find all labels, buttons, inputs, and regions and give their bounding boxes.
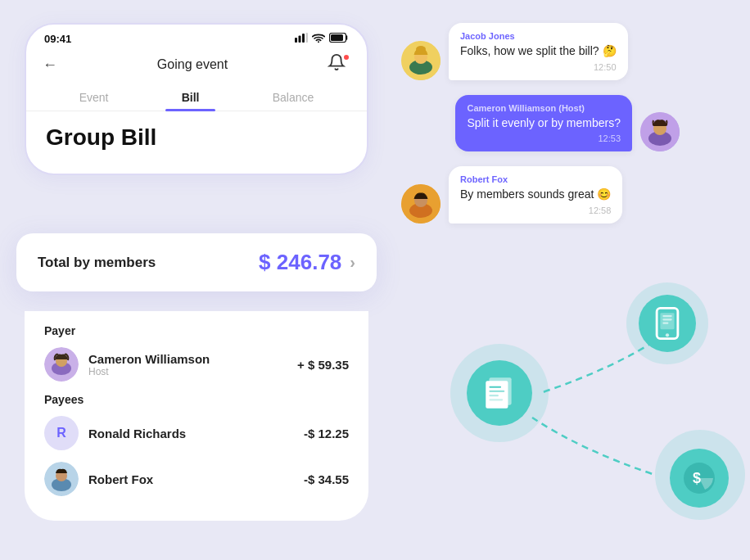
payer-label: Payer (44, 324, 349, 337)
svg-point-29 (666, 333, 669, 336)
robert-bubble: Robert Fox By members sounds great 😊 12:… (449, 166, 622, 224)
tab-event[interactable]: Event (63, 84, 125, 111)
svg-rect-26 (662, 315, 671, 317)
signal-icon (295, 33, 308, 45)
total-label: Total by members (38, 255, 156, 271)
tab-balance[interactable]: Balance (256, 84, 331, 111)
svg-rect-28 (662, 323, 668, 324)
svg-rect-0 (295, 38, 297, 43)
phone-icon (639, 295, 696, 352)
robert-info: Robert Fox (88, 472, 294, 486)
battery-icon (329, 33, 349, 45)
svg-rect-35 (489, 399, 503, 400)
svg-rect-6 (331, 34, 343, 41)
notification-icon[interactable] (328, 53, 350, 76)
group-bill-section: Group Bill (26, 111, 367, 157)
robert-amount: -$ 34.55 (304, 472, 349, 486)
group-bill-title: Group Bill (46, 124, 347, 151)
robert-chat-avatar (401, 184, 441, 224)
chat-section: Jacob Jones Folks, how we split the bill… (401, 23, 680, 238)
total-card[interactable]: Total by members $ 246.78 › (16, 233, 377, 291)
svg-rect-3 (306, 33, 309, 43)
cameron-chat-avatar (640, 112, 680, 151)
svg-rect-32 (489, 386, 501, 388)
chevron-right-icon: › (350, 253, 355, 272)
svg-rect-1 (299, 36, 301, 43)
total-amount: $ 246.78 › (259, 250, 355, 275)
svg-rect-2 (302, 34, 305, 43)
jacob-bubble: Jacob Jones Folks, how we split the bill… (449, 23, 628, 80)
ronald-row: R Ronald Richards -$ 12.25 (44, 416, 349, 450)
dollar-icon: $ (670, 449, 729, 508)
payer-row: Cameron Williamson Host + $ 59.35 (44, 347, 349, 382)
app-header: ← Going event (26, 50, 367, 84)
chat-bubble-cameron: Cameron Williamson (Host) Split it evenl… (401, 95, 680, 152)
notification-dot (342, 53, 350, 61)
phone-card: 09:41 (25, 23, 368, 175)
jacob-avatar (401, 41, 441, 80)
svg-point-4 (318, 41, 319, 43)
bill-details: Payer Cameron Williamson Host + $ 59.35 … (25, 311, 368, 521)
robert-row: Robert Fox -$ 34.55 (44, 462, 349, 496)
illustration-section: $ (401, 287, 745, 532)
status-time: 09:41 (44, 33, 71, 45)
receipt-icon (467, 360, 532, 426)
cameron-amount: + $ 59.35 (297, 358, 349, 372)
tab-bar: Event Bill Balance (26, 84, 367, 111)
ronald-info: Ronald Richards (88, 427, 294, 440)
robert-avatar (44, 462, 79, 496)
svg-rect-27 (662, 318, 671, 320)
wifi-icon (312, 33, 325, 45)
cameron-bubble: Cameron Williamson (Host) Split it evenl… (455, 95, 632, 152)
svg-rect-33 (489, 391, 504, 392)
tab-bill[interactable]: Bill (165, 84, 216, 111)
svg-point-17 (416, 46, 426, 52)
back-button[interactable]: ← (43, 56, 57, 74)
cameron-avatar (44, 347, 79, 382)
payees-label: Payees (44, 393, 349, 406)
status-icons (295, 33, 349, 45)
ronald-avatar: R (44, 416, 79, 450)
cameron-info: Cameron Williamson Host (88, 352, 287, 377)
ronald-amount: -$ 12.25 (304, 427, 349, 440)
status-bar: 09:41 (26, 25, 367, 50)
svg-rect-34 (489, 395, 499, 396)
chat-bubble-robert: Robert Fox By members sounds great 😊 12:… (401, 166, 680, 224)
chat-bubble-jacob: Jacob Jones Folks, how we split the bill… (401, 23, 680, 80)
svg-text:$: $ (693, 470, 701, 486)
header-title: Going event (157, 57, 228, 72)
